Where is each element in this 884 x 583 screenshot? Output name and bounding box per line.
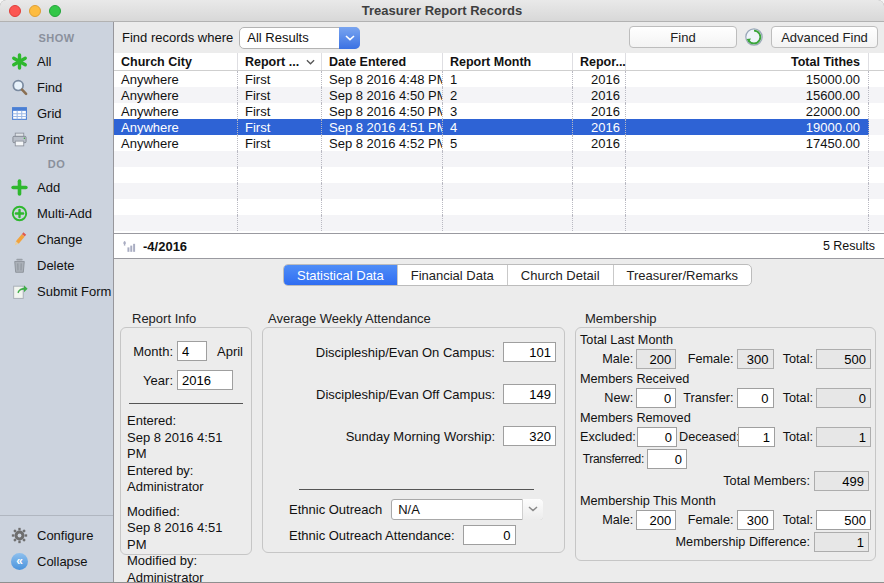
transfer-members-label: Transfer: (678, 391, 733, 405)
column-header-total-tithes[interactable]: Total Tithes (626, 53, 869, 70)
sidebar-item-configure[interactable]: Configure (0, 522, 113, 548)
total-thismonth-field[interactable] (816, 510, 871, 530)
app-window: Treasurer Report Records SHOW All Find G… (0, 0, 884, 583)
chevron-down-icon (339, 27, 360, 49)
sidebar-item-collapse[interactable]: « Collapse (0, 548, 113, 574)
deceased-field[interactable] (738, 427, 775, 447)
sidebar-item-change[interactable]: Change (0, 226, 113, 252)
tab-statistical-data[interactable]: Statistical Data (284, 265, 398, 285)
plus-icon (11, 179, 28, 196)
report-info-group: Month: April Year: Entered: Sep 8 2016 4… (120, 327, 252, 555)
ethnic-outreach-attendance-field[interactable] (463, 525, 516, 545)
male-thismonth-field[interactable] (636, 510, 676, 530)
modified-value: Sep 8 2016 4:51 PM (127, 520, 245, 553)
current-record-label: -4/2016 (143, 239, 187, 254)
table-row[interactable]: AnywhereFirstSep 8 2016 4:52 PM520161745… (114, 135, 884, 151)
sidebar-item-print[interactable]: Print (0, 126, 113, 152)
total-thismonth-label: Total: (776, 513, 813, 527)
transferred-field[interactable] (647, 449, 687, 469)
gear-icon (11, 527, 28, 544)
new-members-label: New: (580, 391, 633, 405)
zoom-window-button[interactable] (49, 5, 61, 17)
table-row[interactable]: AnywhereFirstSep 8 2016 4:50 PM220161560… (114, 87, 884, 103)
column-header-church-city[interactable]: Church City (114, 53, 238, 70)
column-header-report-month[interactable]: Report Month (443, 53, 573, 70)
table-row[interactable]: AnywhereFirstSep 8 2016 4:50 PM320162200… (114, 103, 884, 119)
transfer-members-field[interactable] (737, 388, 774, 408)
total-members-field (814, 471, 869, 491)
find-button[interactable]: Find (629, 26, 737, 48)
entered-label: Entered: (127, 413, 245, 430)
discipleship-on-campus-field[interactable] (503, 342, 556, 362)
table-row[interactable]: AnywhereFirstSep 8 2016 4:48 PM120161500… (114, 71, 884, 87)
year-field[interactable] (177, 370, 233, 390)
ethnic-outreach-attendance-label: Ethnic Outreach Attendance: (289, 528, 455, 543)
ethnic-outreach-dropdown[interactable]: N/A (391, 499, 543, 520)
sidebar-item-label: Find (37, 80, 62, 95)
table-empty-row (114, 167, 884, 183)
total-lastmonth-field (816, 349, 871, 369)
entered-by-value: Administrator (127, 479, 245, 496)
month-name: April (217, 344, 243, 359)
tab-financial-data[interactable]: Financial Data (398, 265, 508, 285)
find-records-where-label: Find records where (122, 30, 233, 45)
tab-church-detail[interactable]: Church Detail (508, 265, 614, 285)
sidebar-item-label: Add (37, 180, 60, 195)
sidebar-item-label: Submit Form (37, 284, 111, 299)
window-title: Treasurer Report Records (0, 0, 884, 22)
table-empty-row (114, 199, 884, 215)
sidebar-section-show: SHOW (0, 32, 113, 44)
column-header-date-entered[interactable]: Date Entered (322, 53, 443, 70)
female-lastmonth-label: Female: (678, 352, 733, 366)
total-lastmonth-label: Total: (776, 352, 813, 366)
report-info-divider (129, 403, 243, 404)
sidebar-item-grid[interactable]: Grid (0, 100, 113, 126)
grid-icon (11, 105, 28, 122)
month-field[interactable] (177, 341, 207, 361)
records-table: AnywhereFirstSep 8 2016 4:48 PM120161500… (114, 71, 884, 233)
sort-chevron-icon (306, 59, 315, 65)
sidebar-item-label: Configure (37, 528, 93, 543)
membership-difference-label: Membership Difference: (676, 535, 810, 549)
tab-treasurer-remarks[interactable]: Treasurer/Remarks (614, 265, 751, 285)
table-header: Church City Report ... Date Entered Repo… (114, 53, 884, 71)
column-header-report-year[interactable]: Repor... (573, 53, 626, 70)
female-lastmonth-field (737, 349, 774, 369)
ethnic-outreach-label: Ethnic Outreach (289, 502, 382, 517)
excluded-field[interactable] (637, 427, 677, 447)
sidebar-item-add[interactable]: Add (0, 174, 113, 200)
sidebar-item-label: Grid (37, 106, 62, 121)
discipleship-off-campus-label: Discipleship/Evan Off Campus: (316, 387, 495, 402)
close-window-button[interactable] (9, 5, 21, 17)
sidebar-item-delete[interactable]: Delete (0, 252, 113, 278)
table-empty-row (114, 215, 884, 231)
total-received-label: Total: (776, 391, 813, 405)
membership-group: Total Last Month Male: Female: Total: Me… (575, 327, 876, 561)
total-removed-field (816, 427, 871, 447)
table-row-selected[interactable]: AnywhereFirstSep 8 2016 4:51 PM420161900… (114, 119, 884, 135)
male-thismonth-label: Male: (580, 513, 633, 527)
discipleship-off-campus-field[interactable] (503, 384, 556, 404)
trash-icon (11, 257, 28, 274)
new-members-field[interactable] (636, 388, 676, 408)
minimize-window-button[interactable] (29, 5, 41, 17)
sidebar-item-find[interactable]: Find (0, 74, 113, 100)
sidebar-item-multi-add[interactable]: Multi-Add (0, 200, 113, 226)
sunday-morning-worship-label: Sunday Morning Worship: (346, 429, 495, 444)
sidebar-item-label: Multi-Add (37, 206, 92, 221)
sidebar-item-all[interactable]: All (0, 48, 113, 74)
column-header-report-type[interactable]: Report ... (238, 53, 322, 70)
detail-pane: Statistical Data Financial Data Church D… (114, 259, 884, 582)
sidebar-section-do: DO (0, 158, 113, 170)
results-filter-dropdown[interactable]: All Results (239, 27, 360, 49)
deceased-label: Deceased: (679, 430, 735, 444)
titlebar[interactable]: Treasurer Report Records (0, 0, 884, 22)
report-info-group-label: Report Info (132, 311, 196, 326)
female-thismonth-field[interactable] (737, 510, 774, 530)
sidebar-item-submit-form[interactable]: Submit Form (0, 278, 113, 304)
sunday-morning-worship-field[interactable] (503, 426, 556, 446)
advanced-find-button[interactable]: Advanced Find (771, 26, 878, 48)
find-toolbar: Find records where All Results Find Adva… (114, 22, 884, 53)
refresh-icon[interactable] (744, 27, 764, 47)
scrollbar-strip[interactable] (869, 53, 884, 70)
